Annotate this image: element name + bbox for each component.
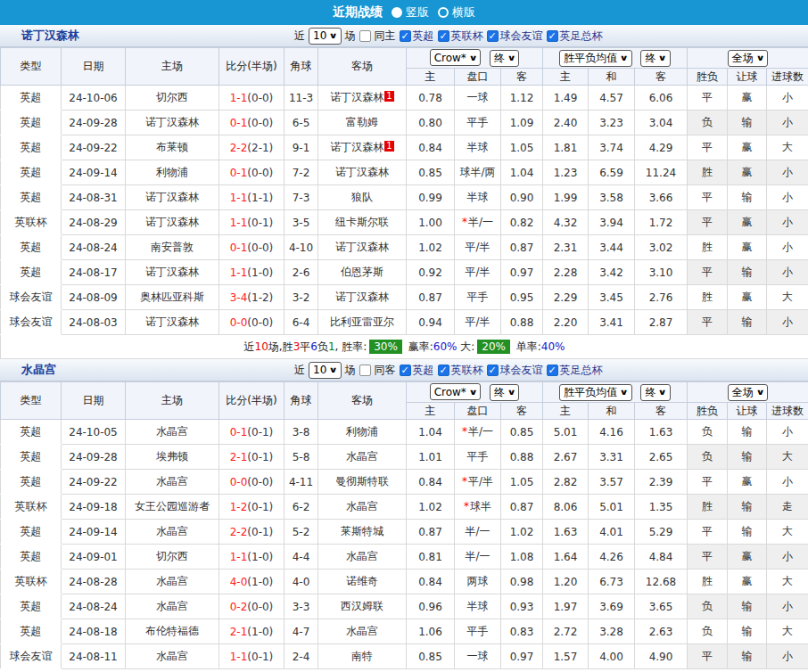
away-odds: 0.98 <box>501 570 543 594</box>
home-odds: 0.80 <box>407 111 455 135</box>
odds-final-select[interactable]: 终 ∨ <box>490 384 519 401</box>
chevron-down-icon: ∨ <box>658 53 667 62</box>
layout-vertical-radio[interactable]: 竖版 <box>392 4 429 20</box>
avg-source-select[interactable]: 胜平负均值 ∨ <box>559 50 631 67</box>
corners: 4-4 <box>284 545 318 570</box>
handicap-result: 赢 <box>728 545 767 570</box>
avg-final-select[interactable]: 终 ∨ <box>640 50 670 67</box>
away-team: 诺丁汉森林 <box>318 160 407 185</box>
avg-draw: 3.45 <box>589 285 635 310</box>
scope-select[interactable]: 全场 ∨ <box>728 384 768 401</box>
avg-draw: 3.44 <box>589 235 635 260</box>
recent-count-value: 10 <box>313 29 326 42</box>
league-badge: 球会友谊 <box>1 285 62 310</box>
goals-result: 小 <box>767 185 808 210</box>
avg-source-value: 胜平负均值 <box>564 51 617 66</box>
handicap-result: 赢 <box>728 570 767 594</box>
col-handicap-result: 让球 <box>728 403 767 420</box>
col-type: 类型 <box>1 382 62 420</box>
odds-company-select[interactable]: Crow* ∨ <box>430 383 482 400</box>
avg-source-select[interactable]: 胜平负均值 ∨ <box>559 384 631 401</box>
same-venue-checkbox[interactable] <box>359 365 371 376</box>
score: 2-2(0-1) <box>219 520 284 545</box>
odds-final-select[interactable]: 终 ∨ <box>490 50 519 67</box>
match-date: 24-08-24 <box>62 594 126 619</box>
odds-company-select[interactable]: Crow* ∨ <box>430 49 482 66</box>
avg-home: 8.06 <box>543 495 589 520</box>
handicap-result: 输 <box>728 594 767 619</box>
near-label: 近 <box>294 29 305 44</box>
away-odds: 0.82 <box>501 210 543 235</box>
handicap-result: 输 <box>728 520 767 545</box>
layout-vertical-label: 竖版 <box>406 4 429 20</box>
col-home: 主场 <box>126 48 219 86</box>
matches-body: 英超24-10-05水晶宫0-1(0-1)3-8利物浦1.04*半/一0.855… <box>1 420 808 669</box>
league-filter-label: 英联杯 <box>451 363 483 378</box>
goals-result: 小 <box>767 210 808 235</box>
home-team: 水晶宫 <box>126 594 219 619</box>
match-date: 24-08-03 <box>62 310 126 335</box>
away-team: 利物浦 <box>318 420 407 445</box>
avg-away: 1.63 <box>635 420 688 445</box>
away-odds: 0.88 <box>501 310 543 335</box>
away-team: 曼彻斯特联 <box>318 470 407 495</box>
avg-away: 11.24 <box>635 160 688 185</box>
avg-home: 1.99 <box>543 185 589 210</box>
away-team: 水晶宫 <box>318 619 407 644</box>
league-filter-efl-cup[interactable]: 英联杯 <box>438 363 483 378</box>
league-filter-friendly[interactable]: 球会友谊 <box>487 29 543 44</box>
layout-horizontal-radio[interactable]: 横版 <box>438 4 475 20</box>
outcome-result: 平 <box>688 470 728 495</box>
away-team: 西汉姆联 <box>318 594 407 619</box>
avg-away: 2.87 <box>635 310 688 335</box>
odds-final-value: 终 <box>494 51 505 66</box>
handicap: *球半 <box>455 495 501 520</box>
score: 2-1(1-0) <box>219 619 284 644</box>
radio-unselected-icon <box>438 7 449 18</box>
home-odds: 0.78 <box>407 86 455 111</box>
goals-result: 小 <box>767 111 808 135</box>
avg-final-select[interactable]: 终 ∨ <box>640 384 670 401</box>
league-filter-label: 英足总杯 <box>560 363 603 378</box>
outcome-result: 胜 <box>688 160 728 185</box>
avg-away: 1.35 <box>635 495 688 520</box>
avg-away: 4.29 <box>635 135 688 160</box>
league-filter-label: 球会友谊 <box>500 363 543 378</box>
scope-select[interactable]: 全场 ∨ <box>728 50 768 67</box>
away-odds: 0.97 <box>501 260 543 285</box>
recent-count-select[interactable]: 10 ∨ <box>309 28 342 45</box>
league-filter-epl[interactable]: 英超 <box>400 29 434 44</box>
league-filter-friendly[interactable]: 球会友谊 <box>487 363 543 378</box>
away-team: 莱斯特城 <box>318 520 407 545</box>
scope-value: 全场 <box>732 51 754 66</box>
league-badge: 英超 <box>1 260 62 285</box>
home-odds: 0.99 <box>407 185 455 210</box>
avg-away: 3.10 <box>635 260 688 285</box>
col-avg-away: 客 <box>635 69 688 86</box>
away-odds: 0.87 <box>501 495 543 520</box>
avg-draw: 6.59 <box>589 160 635 185</box>
away-odds: 0.95 <box>501 285 543 310</box>
away-odds: 0.93 <box>501 594 543 619</box>
avg-away: 2.63 <box>635 619 688 644</box>
league-filter-epl[interactable]: 英超 <box>400 363 434 378</box>
recent-count-select[interactable]: 10 ∨ <box>309 362 342 379</box>
match-date: 24-08-09 <box>62 285 126 310</box>
col-date: 日期 <box>62 382 126 420</box>
league-filter-fa-cup[interactable]: 英足总杯 <box>547 363 603 378</box>
handicap: *平/半 <box>455 470 501 495</box>
home-odds: 0.96 <box>407 594 455 619</box>
topbar: 近期战绩 竖版 横版 <box>0 0 808 25</box>
avg-draw: 3.69 <box>589 594 635 619</box>
result-group-header: 全场 ∨ <box>688 48 808 69</box>
league-filter-efl-cup[interactable]: 英联杯 <box>438 29 483 44</box>
recent-count-value: 10 <box>313 364 326 376</box>
home-team: 水晶宫 <box>126 520 219 545</box>
same-venue-checkbox[interactable] <box>359 30 371 42</box>
away-odds: 0.97 <box>501 644 543 669</box>
outcome-result: 平 <box>688 185 728 210</box>
league-filter-fa-cup[interactable]: 英足总杯 <box>547 29 603 44</box>
handicap-result: 赢 <box>728 86 767 111</box>
radio-selected-icon <box>392 7 402 18</box>
handicap: *半/一 <box>455 210 501 235</box>
